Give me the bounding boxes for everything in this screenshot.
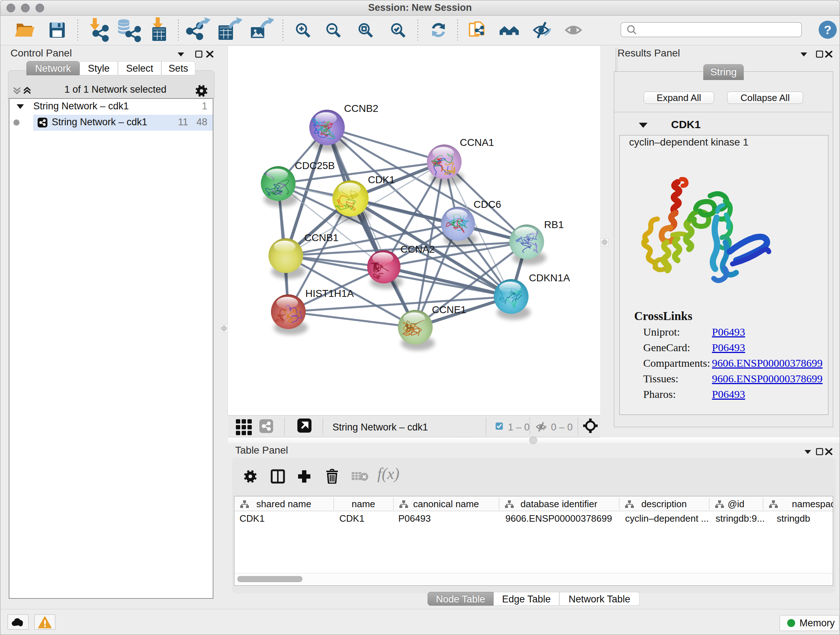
svg-text:CDKN1A: CDKN1A <box>529 272 570 283</box>
svg-text:CDC25B: CDC25B <box>295 160 335 171</box>
svg-text:?: ? <box>824 23 832 36</box>
svg-text:CCNE1: CCNE1 <box>432 304 466 315</box>
svg-text:CCNA1: CCNA1 <box>460 137 494 148</box>
svg-text:HIST1H1A: HIST1H1A <box>305 288 354 299</box>
svg-text:CCNA2: CCNA2 <box>401 244 435 255</box>
svg-text:CCNB2: CCNB2 <box>344 103 378 114</box>
svg-text:CDC6: CDC6 <box>474 199 501 210</box>
svg-text:CDK1: CDK1 <box>368 174 395 185</box>
svg-text:RB1: RB1 <box>544 219 564 230</box>
svg-text:CCNB1: CCNB1 <box>304 232 339 243</box>
